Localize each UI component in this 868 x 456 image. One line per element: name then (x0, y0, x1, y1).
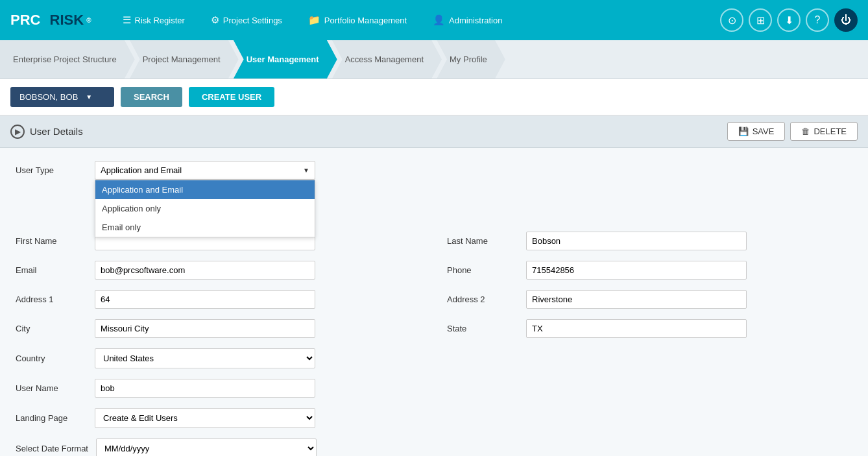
form-row-date-format: Select Date Format MM/dd/yyyy dd/MM/yyyy… (16, 438, 852, 456)
form-group-landing-page: Landing Page Create & Edit Users Risk Re… (16, 408, 852, 428)
breadcrumb-enterprise[interactable]: Enterprise Project Structure (0, 40, 135, 79)
delete-icon: 🗑 (801, 126, 810, 136)
power-icon-btn[interactable]: ⏻ (834, 8, 858, 32)
breadcrumb-nav: Enterprise Project Structure Project Man… (0, 40, 868, 79)
user-selector-arrow-icon: ▼ (86, 93, 92, 101)
breadcrumb-user-management-label: User Management (247, 54, 319, 64)
section-icon: ▶ (10, 125, 25, 139)
section-actions: 💾 SAVE 🗑 DELETE (727, 122, 858, 141)
logo-risk: RISK (50, 12, 84, 29)
address2-input[interactable] (526, 290, 747, 309)
breadcrumb-project-management[interactable]: Project Management (130, 40, 239, 79)
breadcrumb-access-management-label: Access Management (345, 54, 424, 64)
logo-dot: ® (86, 17, 91, 24)
last-name-label: Last Name (447, 236, 518, 246)
header: PRC RISK® ☰ Risk Register ⚙ Project Sett… (0, 0, 868, 40)
delete-label: DELETE (814, 126, 847, 136)
breadcrumb-access-management[interactable]: Access Management (332, 40, 442, 79)
nav-risk-register-label: Risk Register (135, 16, 185, 25)
portfolio-icon: 📁 (308, 14, 320, 26)
form-row-username: User Name (16, 379, 852, 398)
section-title-text: User Details (30, 126, 83, 137)
user-type-dropdown-list: Application and Email Application only E… (95, 180, 315, 237)
form-group-city: City (16, 319, 421, 338)
phone-label: Phone (447, 265, 518, 275)
country-label: Country (16, 354, 87, 363)
breadcrumb-project-management-label: Project Management (143, 54, 221, 64)
form-group-date-format: Select Date Format MM/dd/yyyy dd/MM/yyyy… (16, 438, 852, 456)
breadcrumb-my-profile[interactable]: My Profile (437, 40, 505, 79)
logo-prc: PRC (10, 12, 40, 29)
user-selector-label: BOBSON, BOB (19, 92, 78, 102)
user-type-option-app-email[interactable]: Application and Email (95, 180, 315, 199)
display-icon-btn[interactable]: ⊞ (749, 8, 772, 32)
search-button[interactable]: SEARCH (121, 87, 182, 107)
username-label: User Name (16, 383, 87, 393)
city-label: City (16, 324, 87, 333)
header-icons: ⊙ ⊞ ⬇ ? ⏻ (720, 8, 858, 32)
landing-page-label: Landing Page (16, 413, 87, 423)
nav-risk-register[interactable]: ☰ Risk Register (117, 12, 190, 29)
date-format-select[interactable]: MM/dd/yyyy dd/MM/yyyy yyyy-MM-dd (96, 438, 317, 456)
date-format-label: Select Date Format (16, 444, 88, 453)
country-select[interactable]: United States Canada United Kingdom Aust… (95, 348, 315, 368)
form-group-country: Country United States Canada United King… (16, 348, 852, 368)
risk-register-icon: ☰ (123, 14, 131, 26)
email-label: Email (16, 265, 87, 275)
breadcrumb-user-management[interactable]: User Management (234, 40, 337, 79)
form-group-username: User Name (16, 379, 852, 398)
address1-input[interactable] (95, 290, 315, 309)
user-type-option-app-only[interactable]: Application only (95, 199, 315, 218)
user-selector[interactable]: BOBSON, BOB ▼ (10, 87, 114, 107)
form-row-landing-page: Landing Page Create & Edit Users Risk Re… (16, 408, 852, 428)
user-type-value: Application and Email (101, 165, 182, 175)
user-type-dropdown[interactable]: Application and Email ▼ Application and … (95, 161, 315, 180)
nav-admin-label: Administration (449, 16, 502, 25)
logo: PRC RISK® (10, 12, 91, 29)
address1-label: Address 1 (16, 294, 87, 304)
user-type-option-email-only[interactable]: Email only (95, 218, 315, 237)
breadcrumb-enterprise-label: Enterprise Project Structure (13, 54, 117, 64)
form-group-phone: Phone (447, 261, 852, 280)
nav-project-settings[interactable]: ⚙ Project Settings (206, 12, 287, 29)
save-label: SAVE (753, 126, 775, 136)
state-label: State (447, 324, 518, 333)
save-button[interactable]: 💾 SAVE (727, 122, 786, 141)
phone-input[interactable] (526, 261, 747, 280)
form-group-last-name-field: Last Name (447, 232, 852, 250)
form-row-address: Address 1 Address 2 (16, 290, 852, 309)
nav-portfolio-label: Portfolio Management (324, 16, 407, 25)
admin-icon: 👤 (433, 14, 445, 26)
form-row-city-state: City State (16, 319, 852, 338)
first-name-label: First Name (16, 236, 87, 246)
form-group-state: State (447, 319, 852, 338)
user-type-display[interactable]: Application and Email ▼ (95, 161, 315, 180)
nav-portfolio-management[interactable]: 📁 Portfolio Management (303, 12, 412, 29)
form-row-user-type: User Type Application and Email ▼ Applic… (16, 161, 852, 180)
form-group-user-type: User Type Application and Email ▼ Applic… (16, 161, 421, 180)
form-area: User Type Application and Email ▼ Applic… (0, 148, 868, 456)
last-name-input[interactable] (526, 232, 747, 250)
help-icon-btn[interactable]: ? (806, 8, 829, 32)
download-icon-btn[interactable]: ⬇ (777, 8, 801, 32)
save-icon: 💾 (738, 126, 749, 136)
section-title: ▶ User Details (10, 125, 83, 139)
toggle-icon-btn[interactable]: ⊙ (720, 8, 743, 32)
address2-label: Address 2 (447, 294, 518, 304)
form-group-email: Email (16, 261, 421, 280)
form-row-country: Country United States Canada United King… (16, 348, 852, 368)
nav-project-settings-label: Project Settings (223, 16, 282, 25)
user-type-label: User Type (16, 165, 87, 175)
username-input[interactable] (95, 379, 315, 398)
form-group-address2: Address 2 (447, 290, 852, 309)
nav-administration[interactable]: 👤 Administration (428, 12, 507, 29)
toolbar: BOBSON, BOB ▼ SEARCH CREATE USER (0, 79, 868, 115)
state-input[interactable] (526, 319, 747, 338)
email-input[interactable] (95, 261, 315, 280)
landing-page-select[interactable]: Create & Edit Users Risk Register Portfo… (95, 408, 315, 428)
city-input[interactable] (95, 319, 315, 338)
form-row-contact: Email Phone (16, 261, 852, 280)
breadcrumb-my-profile-label: My Profile (450, 54, 487, 64)
delete-button[interactable]: 🗑 DELETE (790, 122, 858, 141)
create-user-button[interactable]: CREATE USER (189, 87, 274, 107)
